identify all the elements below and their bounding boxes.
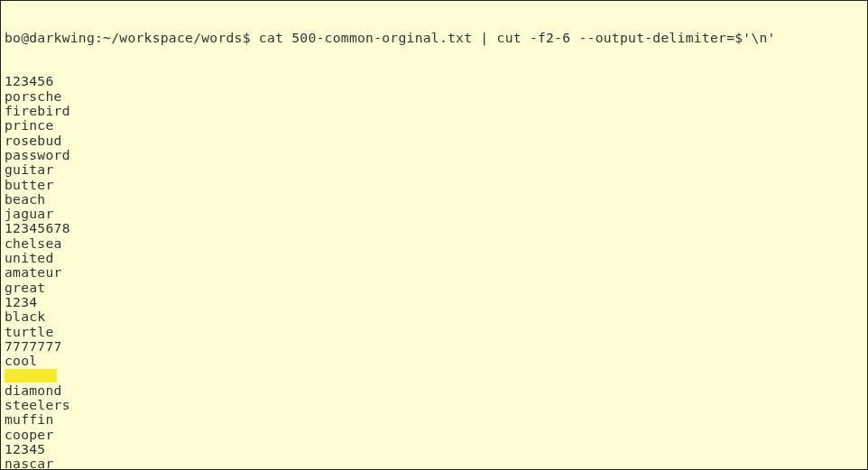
output-line: black: [5, 309, 863, 324]
output-line: jaguar: [5, 207, 863, 221]
output-line: cool: [5, 354, 863, 368]
output-line: firebird: [5, 104, 863, 118]
terminal-window[interactable]: bo@darkwing:~/workspace/words$ cat 500-c…: [0, 0, 868, 470]
output-line: steelers: [5, 398, 863, 412]
output-line: chelsea: [5, 236, 863, 251]
output-line: cooper: [5, 428, 863, 442]
output-line: 12345678: [5, 221, 863, 235]
output-line: [5, 368, 863, 382]
output-line: 1234: [5, 295, 863, 309]
output-line: great: [5, 281, 863, 295]
output-line: butter: [5, 178, 863, 192]
output-line: nascar: [5, 456, 863, 470]
output-line: amateur: [5, 265, 863, 280]
output-line: united: [5, 251, 863, 265]
output-line: prince: [5, 118, 863, 133]
redacted-block: [5, 369, 57, 382]
output-line: diamond: [5, 383, 863, 398]
prompt-line: bo@darkwing:~/workspace/words$ cat 500-c…: [5, 31, 863, 45]
output-line: muffin: [5, 412, 863, 427]
output-line: turtle: [5, 325, 863, 339]
output-line: porsche: [5, 89, 863, 104]
output-line: guitar: [5, 162, 863, 177]
output-line: 7777777: [5, 339, 863, 354]
output-line: 12345: [5, 442, 863, 456]
output-line: beach: [5, 192, 863, 207]
output-line: 123456: [5, 74, 863, 88]
output-line: password: [5, 148, 863, 162]
terminal-output: 123456porschefirebirdprincerosebudpasswo…: [5, 74, 863, 470]
output-line: rosebud: [5, 134, 863, 148]
